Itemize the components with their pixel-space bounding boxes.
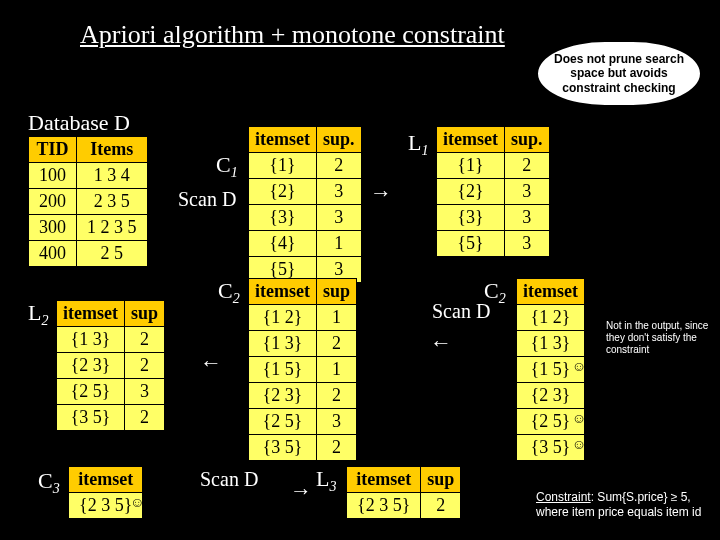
table-cell: {1 3} [517, 331, 585, 357]
label-scand-2: Scan D [432, 300, 490, 323]
table-l3: itemsetsup{2 3 5}2 [346, 466, 461, 519]
col-header: itemset [57, 301, 125, 327]
col-header: sup. [504, 127, 549, 153]
table-row: 2002 3 5 [29, 189, 148, 215]
table-row: {1 5}1 [249, 357, 357, 383]
col-header: sup [421, 467, 461, 493]
table-cell: {3} [437, 205, 505, 231]
col-header: itemset [347, 467, 421, 493]
table-row: {3 5} [517, 435, 585, 461]
table-row: {5}3 [437, 231, 550, 257]
table-database: TIDItems1001 3 42002 3 53001 2 3 54002 5 [28, 136, 148, 267]
table-l1: itemsetsup.{1}2{2}3{3}3{5}3 [436, 126, 550, 257]
table-row: {3}3 [437, 205, 550, 231]
table-row: {2 5}3 [249, 409, 357, 435]
col-header: itemset [249, 127, 317, 153]
table-cell: {2 3} [57, 353, 125, 379]
callout-bubble: Does not prune search space but avoids c… [536, 40, 702, 107]
arrow-icon: ← [200, 350, 222, 376]
col-header: TID [29, 137, 77, 163]
table-cell: 3 [316, 409, 356, 435]
table-cell: 1 3 4 [77, 163, 148, 189]
table-cell: 1 [316, 305, 356, 331]
table-row: {2 3 5}2 [347, 493, 461, 519]
table-cell: {1 3} [57, 327, 125, 353]
table-l2: itemsetsup{1 3}2{2 3}2{2 5}3{3 5}2 [56, 300, 165, 431]
table-cell: {2} [249, 179, 317, 205]
table-row: {3}3 [249, 205, 362, 231]
constraint-text: Constraint: Sum{S.price} ≥ 5, where item… [536, 490, 716, 520]
table-row: {3 5}2 [57, 405, 165, 431]
table-cell: 2 [504, 153, 549, 179]
table-row: {1 2}1 [249, 305, 357, 331]
table-cell: {4} [249, 231, 317, 257]
table-cell: 3 [504, 231, 549, 257]
table-row: {2 3} [517, 383, 585, 409]
col-header: Items [77, 137, 148, 163]
label-scand-1: Scan D [178, 188, 236, 211]
table-row: {1 3}2 [57, 327, 165, 353]
table-row: {1 2} [517, 305, 585, 331]
table-cell: 100 [29, 163, 77, 189]
table-cell: {2 5} [517, 409, 585, 435]
table-c2-mid: itemsetsup{1 2}1{1 3}2{1 5}1{2 3}2{2 5}3… [248, 278, 357, 461]
label-l2: L2 [28, 300, 48, 329]
table-cell: {1} [249, 153, 317, 179]
table-cell: {2} [437, 179, 505, 205]
table-row: 1001 3 4 [29, 163, 148, 189]
label-l3: L3 [316, 466, 336, 495]
table-row: {4}1 [249, 231, 362, 257]
col-header: sup [124, 301, 164, 327]
table-cell: 3 [124, 379, 164, 405]
arrow-icon: → [370, 180, 392, 206]
table-row: {1}2 [437, 153, 550, 179]
table-cell: {3} [249, 205, 317, 231]
table-cell: 300 [29, 215, 77, 241]
table-cell: 3 [316, 205, 361, 231]
table-cell: {2 3} [517, 383, 585, 409]
table-cell: {2 5} [57, 379, 125, 405]
table-row: {2 5}3 [57, 379, 165, 405]
table-cell: 3 [316, 179, 361, 205]
col-header: itemset [69, 467, 143, 493]
side-note: Not in the output, since they don't sati… [606, 320, 716, 356]
table-row: {3 5}2 [249, 435, 357, 461]
table-row: {2 3}2 [249, 383, 357, 409]
table-cell: {1 3} [249, 331, 317, 357]
table-cell: {3 5} [249, 435, 317, 461]
arrow-icon: → [290, 478, 312, 504]
table-cell: {2 5} [249, 409, 317, 435]
table-c2-right: itemset{1 2}{1 3}{1 5}{2 3}{2 5}{3 5} [516, 278, 585, 461]
database-label: Database D [28, 110, 130, 136]
table-cell: 2 [316, 435, 356, 461]
table-cell: 2 [421, 493, 461, 519]
table-cell: 2 [124, 353, 164, 379]
table-cell: {2 3} [249, 383, 317, 409]
table-cell: {1 5} [517, 357, 585, 383]
table-row: {1 3}2 [249, 331, 357, 357]
table-cell: 1 [316, 357, 356, 383]
table-cell: {2 3 5} [69, 493, 143, 519]
table-cell: {1 2} [249, 305, 317, 331]
label-l1: L1 [408, 130, 428, 159]
table-cell: 2 [124, 405, 164, 431]
table-cell: 2 [124, 327, 164, 353]
table-cell: 3 [504, 205, 549, 231]
constraint-label: Constraint [536, 490, 591, 504]
table-cell: 2 5 [77, 241, 148, 267]
table-cell: 2 3 5 [77, 189, 148, 215]
table-cell: {3 5} [517, 435, 585, 461]
page-title: Apriori algorithm + monotone constraint [80, 20, 505, 50]
col-header: itemset [437, 127, 505, 153]
table-cell: {1 2} [517, 305, 585, 331]
table-cell: 1 2 3 5 [77, 215, 148, 241]
table-cell: {3 5} [57, 405, 125, 431]
label-c3: C3 [38, 468, 60, 497]
table-cell: 400 [29, 241, 77, 267]
arrow-icon: ← [430, 330, 452, 356]
label-scand-3: Scan D [200, 468, 258, 491]
table-row: {1}2 [249, 153, 362, 179]
table-row: {2}3 [249, 179, 362, 205]
col-header: sup [316, 279, 356, 305]
table-row: {2 5} [517, 409, 585, 435]
